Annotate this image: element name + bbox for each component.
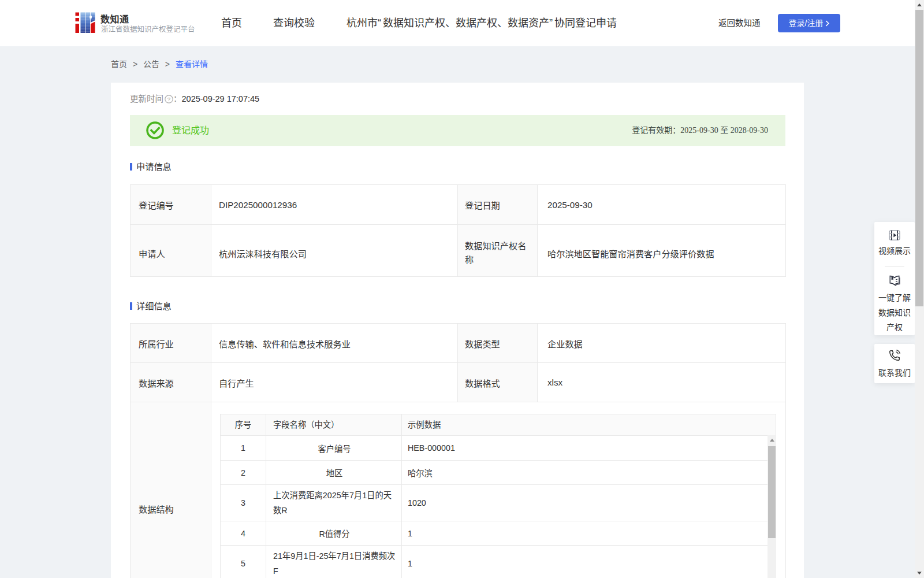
svg-text:?: ? xyxy=(167,96,170,102)
